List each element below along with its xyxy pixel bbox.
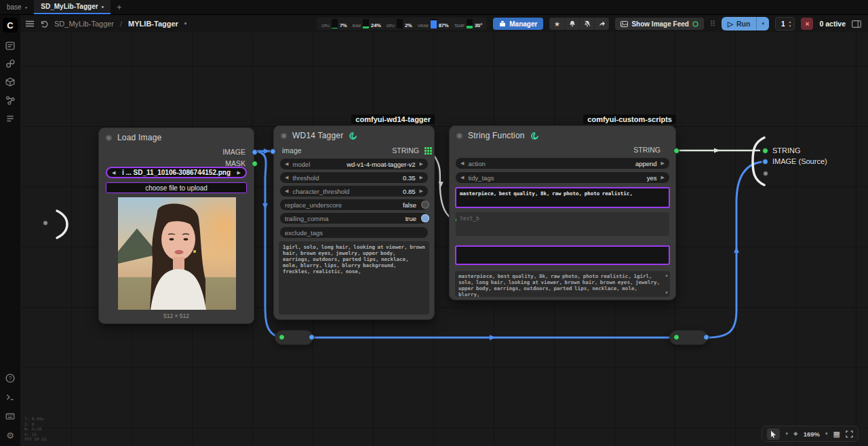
bell-icon[interactable] [564, 18, 579, 30]
step-up-icon[interactable]: ▲ [789, 20, 792, 24]
widget-exclude-tags[interactable]: exclude_tags [280, 227, 428, 238]
tags-output-textarea[interactable]: 1girl, solo, long hair, looking at viewe… [279, 241, 429, 315]
reroute-node[interactable] [275, 330, 313, 345]
combo-left-icon[interactable]: ◀ [460, 175, 464, 180]
image-file-value: i ... SD_11_10106-3086744152.png [115, 169, 237, 176]
widget-replace-underscore[interactable]: replace_underscore false [280, 199, 428, 210]
model-library-icon[interactable] [5, 77, 16, 87]
image-file-combo[interactable]: ◀ i ... SD_11_10106-3086744152.png ▶ [106, 167, 247, 178]
shortcuts-icon[interactable] [5, 411, 16, 422]
meter-cpu: CPU 7% [321, 19, 347, 28]
widget-tidy-tags[interactable]: ◀ tidy_tags yes ▶ [456, 172, 669, 183]
fit-view-icon[interactable]: ⌖ [793, 429, 798, 439]
widget-action[interactable]: ◀ action append ▶ [456, 158, 669, 169]
combo-right-icon[interactable]: ▶ [661, 161, 665, 166]
run-options-caret-icon[interactable]: ▾ [757, 21, 769, 26]
subgraph-output-empty-slot[interactable] [763, 171, 768, 176]
canvas-controls: ▾ ⌖ 169% ▾ ▦ [762, 426, 859, 442]
batch-count-stepper[interactable]: 1 ▲ ▼ [775, 17, 795, 31]
combo-right-icon[interactable]: ▶ [420, 161, 423, 167]
workflows-icon[interactable] [5, 40, 16, 51]
combo-right-icon[interactable]: ▶ [420, 175, 423, 180]
list-output-icon[interactable] [425, 147, 432, 155]
drag-handle-icon[interactable]: ⠿ [710, 20, 715, 28]
tool-caret-icon[interactable]: ▾ [785, 431, 788, 437]
undo-icon[interactable] [40, 20, 48, 28]
terminal-icon[interactable] [5, 392, 16, 403]
tab-base[interactable]: base ● [0, 0, 34, 14]
manager-button[interactable]: Manager [493, 18, 543, 30]
widget-model[interactable]: ◀ model wd-v1-4-moat-tagger-v2 ▶ [280, 159, 428, 169]
menu-icon[interactable] [26, 20, 34, 27]
comfyui-logo[interactable]: C [3, 18, 18, 33]
combo-left-icon[interactable]: ◀ [285, 175, 288, 180]
node-string-function[interactable]: comfyui-custom-scripts String Function S… [449, 125, 676, 300]
queue-icon[interactable] [5, 113, 16, 124]
toggle-knob[interactable] [421, 201, 429, 209]
reroute-output-slot[interactable] [703, 334, 709, 340]
sidebar-bottom: ? ⚙ [5, 373, 16, 441]
scroll-down-icon[interactable]: ▼ [665, 291, 669, 295]
breadcrumb-root[interactable]: SD_MyLib-Tagger [54, 20, 114, 28]
fullscreen-icon[interactable] [846, 430, 853, 438]
pointer-tool-button[interactable] [767, 428, 780, 440]
toggle-knob[interactable] [421, 214, 429, 222]
widget-threshold[interactable]: ◀ threshold 0.35 ▶ [280, 172, 428, 183]
reroute-output-slot[interactable] [309, 334, 315, 340]
node-library-icon[interactable] [5, 58, 16, 69]
upload-button[interactable]: choose file to upload [106, 182, 247, 193]
widget-trailing-comma[interactable]: trailing_comma true [280, 213, 428, 224]
minimap-icon[interactable]: ▦ [833, 430, 840, 439]
tab-sd-mylib-tagger[interactable]: SD_MyLib-Tagger ● [34, 0, 111, 14]
clear-queue-button[interactable]: × [801, 18, 813, 30]
output-slot-mask[interactable] [252, 161, 258, 167]
panel-toggle-icon[interactable] [852, 20, 861, 28]
output-slot-string[interactable] [673, 148, 679, 154]
menubar: SD_MyLib-Tagger / MYLIB-Tagger ▾ CPU 7% … [20, 15, 868, 33]
collapse-dot[interactable] [281, 133, 287, 139]
input-slot-image[interactable] [270, 148, 276, 155]
show-image-feed-button[interactable]: Show Image Feed [615, 18, 703, 30]
stat-line: N: 6/30 [24, 426, 47, 432]
text-c-input[interactable] [455, 245, 670, 265]
help-icon[interactable]: ? [5, 373, 16, 384]
collapse-dot[interactable] [106, 135, 112, 141]
next-file-icon[interactable]: ▶ [237, 170, 241, 176]
run-button[interactable]: ▷ Run ▾ [722, 17, 769, 31]
reroute-input-slot[interactable] [279, 334, 285, 340]
subgraph-output-image-slot[interactable] [762, 159, 768, 165]
text-b-input[interactable]: text_b [456, 212, 669, 236]
quick-actions: ★ [549, 18, 609, 30]
share-icon[interactable] [594, 18, 609, 30]
scroll-up-icon[interactable]: ▲ [665, 273, 669, 277]
zoom-level[interactable]: 169% [804, 430, 820, 438]
result-textarea[interactable]: masterpiece, best quality, 8k, raw photo… [455, 271, 670, 297]
combo-left-icon[interactable]: ◀ [460, 161, 464, 166]
nodes-map-icon[interactable] [5, 95, 16, 106]
widget-value: yes [647, 174, 657, 182]
combo-left-icon[interactable]: ◀ [285, 188, 288, 194]
subgraph-input-slot[interactable] [43, 220, 48, 226]
text-a-input[interactable]: masterpiece, best quality, 8k, raw photo… [455, 187, 670, 208]
reroute-input-slot[interactable] [673, 334, 679, 340]
output-slot-image[interactable] [252, 149, 258, 155]
bell-off-icon[interactable] [579, 18, 594, 30]
new-tab-button[interactable]: + [111, 0, 127, 14]
breadcrumb-current[interactable]: MYLIB-Tagger [128, 20, 178, 28]
stat-line: FPS 59.92 [24, 437, 47, 442]
widget-character-threshold[interactable]: ◀ character_threshold 0.85 ▶ [280, 186, 428, 197]
node-wd14-tagger[interactable]: comfyui-wd14-tagger WD14 Tagger image ST… [273, 125, 435, 320]
combo-right-icon[interactable]: ▶ [661, 175, 665, 180]
zoom-caret-icon[interactable]: ▾ [825, 431, 828, 437]
feed-status-icon [692, 21, 698, 27]
reroute-node[interactable] [669, 330, 708, 345]
settings-gear-icon[interactable]: ⚙ [5, 430, 16, 441]
step-down-icon[interactable]: ▼ [789, 24, 792, 28]
node-load-image[interactable]: Load Image IMAGE MASK ◀ i ... SD_11_1010… [98, 127, 254, 324]
star-icon[interactable]: ★ [549, 18, 564, 30]
breadcrumb-caret-icon[interactable]: ▾ [184, 21, 187, 26]
collapse-dot[interactable] [456, 133, 462, 139]
subgraph-output-string-slot[interactable] [762, 148, 768, 154]
combo-right-icon[interactable]: ▶ [420, 188, 423, 194]
combo-left-icon[interactable]: ◀ [285, 161, 288, 167]
